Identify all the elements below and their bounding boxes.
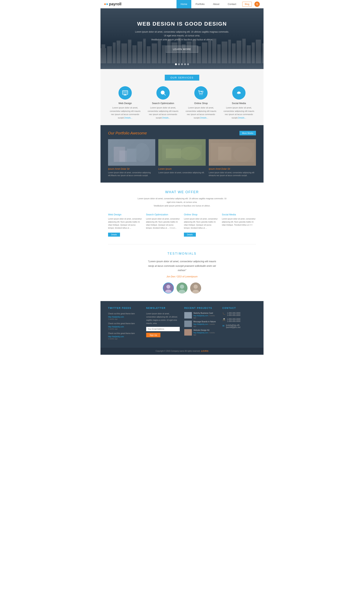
twitter-time-1: 2 weeks ago xyxy=(108,328,142,330)
recent-project-link-1[interactable]: http://tdaljalobj.com xyxy=(193,323,208,325)
hero-dot-3[interactable] xyxy=(181,63,183,65)
service-link-3[interactable]: Details... xyxy=(238,117,246,119)
testimonial-avatar-1[interactable] xyxy=(176,283,188,293)
offer-item-desc-2: Lorem ipsum dolor sit amet, consectetur … xyxy=(184,217,218,230)
twitter-link-2[interactable]: http://tadjalobj.com xyxy=(108,336,124,338)
offer-item-title-0: Web Design xyxy=(108,213,142,216)
contact-email-row: ✉ bcdefg@hjjs.dfh fjashfaf@jkfs.ckd xyxy=(222,324,256,328)
hero-section: WEB DESIGN IS GOOD DESIGN Lorem ipsum do… xyxy=(100,8,264,69)
offer-item-title-3: Social Media xyxy=(222,213,256,216)
portfolio-item-0: Ipsum Amet Dolar Sit Lorem ipsum dolor s… xyxy=(108,139,155,177)
svg-point-63 xyxy=(180,147,201,160)
svg-rect-38 xyxy=(117,44,118,45)
services-title: OUR SERVICES xyxy=(165,75,199,81)
recent-project-link-0[interactable]: http://tdaljalobj.com xyxy=(193,315,208,317)
footer-bottom: Copyright © 2015 Company name All rights… xyxy=(100,347,264,355)
newsletter-signup-button[interactable]: Sign Up xyxy=(146,333,160,337)
service-link-0[interactable]: Details... xyxy=(124,117,132,119)
service-link-2[interactable]: Details... xyxy=(200,117,208,119)
offer-details-btn-2[interactable]: Details xyxy=(184,233,196,237)
logo[interactable]: payroll xyxy=(104,2,122,6)
more-works-button[interactable]: More Works xyxy=(240,131,256,135)
svg-rect-29 xyxy=(232,43,236,63)
nav-home[interactable]: Home xyxy=(176,0,191,8)
offer-link-1[interactable]: Details... xyxy=(170,227,177,229)
offer-item-title-1: Search Optimization xyxy=(146,213,180,216)
offer-item-social: Social Media Lorem ipsum dolor sit amet,… xyxy=(222,213,256,237)
seo-icon xyxy=(156,86,170,99)
twitter-text-1: Check out this great theme item xyxy=(108,322,142,325)
portfolio-img-2[interactable] xyxy=(209,139,256,166)
service-item-shop: Online Shop Lorem ipsum dolor sit amet, … xyxy=(184,86,218,119)
testimonial-avatar-0[interactable] xyxy=(163,283,174,293)
svg-point-68 xyxy=(166,285,170,289)
search-icon[interactable] xyxy=(254,1,260,7)
svg-rect-15 xyxy=(162,45,166,63)
svg-point-67 xyxy=(233,147,252,162)
svg-point-71 xyxy=(179,290,185,293)
copyright-link[interactable]: 金美网络 xyxy=(201,350,208,352)
portfolio-img-1[interactable] xyxy=(158,139,206,166)
portfolio-grid: Ipsum Amet Dolar Sit Lorem ipsum dolor s… xyxy=(108,139,256,177)
testimonials-quote: "Lorem ipsum dolor sit amet, consectetur… xyxy=(146,259,218,272)
logo-text: payroll xyxy=(109,2,122,6)
footer-newsletter-title: NEWSLETTER xyxy=(146,307,180,309)
portfolio-header: Our Portfolio Awesome More Works xyxy=(108,131,256,135)
hero-dot-4[interactable] xyxy=(184,63,186,65)
recent-project-link-2[interactable]: http://tdaljalobj.com xyxy=(193,332,208,334)
svg-point-70 xyxy=(180,285,184,289)
twitter-link-1[interactable]: http://tadjalobj.com xyxy=(108,326,124,328)
hero-title: WEB DESIGN IS GOOD DESIGN xyxy=(137,21,227,27)
contact-phone-row: 📞 1-000-000-0000 1-000-000-0000 xyxy=(222,312,256,316)
svg-rect-39 xyxy=(129,41,130,42)
testimonials-title: TESTIMONIALS xyxy=(108,252,256,255)
portfolio-img-0[interactable] xyxy=(108,139,155,166)
footer-contact: CONTACT 📞 1-000-000-0000 1-000-000-0000 … xyxy=(222,307,256,342)
footer-newsletter: NEWSLETTER Lorem ipsum dolor sit amet, c… xyxy=(146,307,180,342)
service-link-1[interactable]: Details... xyxy=(162,117,170,119)
contact-fax-numbers: 1-000-000-0000 1-000-000-0000 xyxy=(227,318,240,322)
svg-rect-11 xyxy=(143,39,146,63)
contact-fax2: 1-000-000-0000 xyxy=(227,320,240,322)
svg-rect-31 xyxy=(242,39,246,63)
offer-item-shop: Online Shop Lorem ipsum dolor sit amet, … xyxy=(184,213,218,237)
svg-rect-32 xyxy=(247,45,251,63)
svg-rect-27 xyxy=(222,41,227,63)
twitter-item-2: Check out this great theme item http://t… xyxy=(108,332,142,340)
service-item-social: Social Media Lorem ipsum dolor sit amet,… xyxy=(222,86,256,119)
footer-contact-title: CONTACT xyxy=(222,307,256,309)
contact-phone2: 1-000-000-0000 xyxy=(227,314,240,316)
recent-project-title-2: Website Design Kit xyxy=(193,329,218,331)
hero-dot-2[interactable] xyxy=(178,63,180,65)
nav-portfolio[interactable]: Portfolio xyxy=(191,0,209,8)
testimonial-avatar-2[interactable] xyxy=(190,283,201,293)
svg-rect-23 xyxy=(202,42,207,63)
svg-rect-66 xyxy=(218,147,232,160)
twitter-text-0: Check out this great theme item xyxy=(108,312,142,315)
service-desc-0: Lorem ipsum dolor sit amet, consectetur … xyxy=(108,106,142,119)
contact-phone-numbers: 1-000-000-0000 1-000-000-0000 xyxy=(227,312,240,316)
svg-rect-9 xyxy=(132,45,136,63)
twitter-link-0[interactable]: http://tadjalobj.com xyxy=(108,316,124,318)
svg-rect-10 xyxy=(137,41,142,63)
nav-contact[interactable]: Contact xyxy=(223,0,240,8)
offer-grid: Web Design Lorem ipsum dolor sit amet, c… xyxy=(108,213,256,237)
recent-project-img-1 xyxy=(184,321,192,327)
learn-more-button[interactable]: LEARN MORE xyxy=(166,46,198,53)
email-icon: ✉ xyxy=(222,324,224,327)
portfolio-item-1: Lorem Ipsum Lorem ipsum dolor sit amet, … xyxy=(158,139,206,177)
nav-blog[interactable]: Blog xyxy=(242,2,252,7)
recent-project-0: Sketchy Business Card http://tdaljalobj.… xyxy=(184,312,218,319)
hero-dot-1[interactable] xyxy=(175,63,177,65)
offer-item-desc-3: Lorem ipsum dolor sit amet, consectetur … xyxy=(222,217,256,227)
offer-details-btn-0[interactable]: Details xyxy=(108,233,120,237)
phone-icon: 📞 xyxy=(222,312,225,315)
newsletter-text: Lorem ipsum dolor sit amet, consectetur … xyxy=(146,312,180,325)
contact-fax1: 1-000-000-0000 xyxy=(227,318,240,320)
twitter-text-2: Check out this great theme item xyxy=(108,332,142,335)
hero-dot-5[interactable] xyxy=(187,63,189,65)
newsletter-email-input[interactable] xyxy=(146,327,180,331)
svg-rect-34 xyxy=(256,40,261,63)
nav-about[interactable]: About xyxy=(209,0,223,8)
contact-emails: bcdefg@hjjs.dfh fjashfaf@jkfs.ckd xyxy=(226,324,240,328)
